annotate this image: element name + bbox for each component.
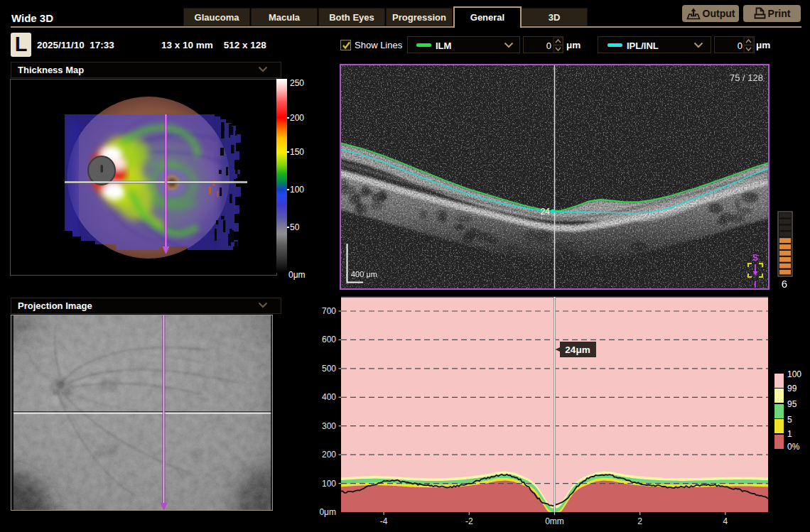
svg-text:0mm: 0mm xyxy=(545,516,564,526)
svg-text:I: I xyxy=(754,280,756,290)
svg-text:-4: -4 xyxy=(380,516,388,526)
svg-text:24μm: 24μm xyxy=(565,344,590,355)
svg-text:700: 700 xyxy=(322,306,336,316)
svg-text:95: 95 xyxy=(787,399,797,409)
svg-text:0μm: 0μm xyxy=(319,507,336,517)
svg-text:100: 100 xyxy=(322,479,336,489)
svg-text:400 μm: 400 μm xyxy=(351,270,377,278)
svg-text:S: S xyxy=(752,253,758,263)
svg-text:2: 2 xyxy=(637,516,642,526)
svg-text:99: 99 xyxy=(787,384,797,393)
svg-text:75 / 128: 75 / 128 xyxy=(730,72,763,83)
svg-text:400: 400 xyxy=(322,392,336,402)
svg-text:-2: -2 xyxy=(465,516,473,526)
svg-text:5: 5 xyxy=(787,415,792,425)
svg-text:100: 100 xyxy=(787,369,801,379)
svg-text:300: 300 xyxy=(322,421,336,431)
svg-text:1: 1 xyxy=(787,429,792,439)
svg-text:500: 500 xyxy=(322,364,336,374)
svg-text:0%: 0% xyxy=(787,442,800,452)
svg-text:600: 600 xyxy=(322,335,336,344)
svg-text:24: 24 xyxy=(541,207,551,217)
svg-text:4: 4 xyxy=(723,516,728,526)
svg-text:200: 200 xyxy=(322,450,336,460)
